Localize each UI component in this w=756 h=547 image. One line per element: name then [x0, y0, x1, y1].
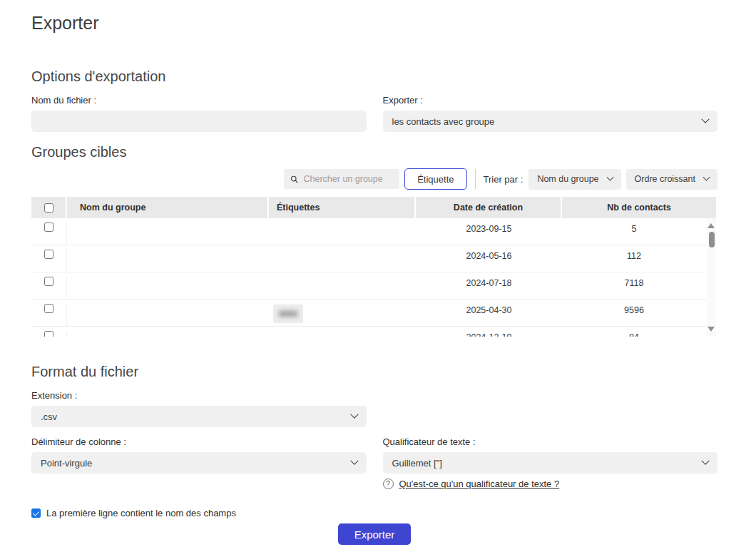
first-line-checkbox-label: La première ligne contient le nom des ch… [46, 508, 236, 518]
first-line-checkbox[interactable] [31, 508, 41, 518]
extension-selected-value: .csv [41, 411, 57, 422]
sort-field-selected-value: Nom du groupe [537, 174, 598, 184]
scroll-down-arrow-icon[interactable] [708, 327, 715, 332]
section-title-export-options: Options d'exportation [31, 67, 717, 86]
table-row[interactable]: 2025-04-30 9596 [31, 300, 706, 327]
chevron-down-icon [350, 411, 358, 419]
row-checkbox[interactable] [44, 223, 53, 232]
contact-count-cell: 7118 [562, 277, 706, 289]
contact-count-cell: 112 [562, 250, 706, 262]
table-scrollbar[interactable] [707, 218, 716, 337]
extension-label: Extension : [31, 390, 367, 402]
tag-filter-button[interactable]: Étiquette [404, 168, 466, 190]
table-row[interactable]: 2023-09-15 5 [31, 218, 706, 245]
tags-cell [269, 304, 416, 323]
row-checkbox[interactable] [44, 277, 53, 286]
export-target-label: Exporter : [383, 95, 718, 106]
search-icon [290, 175, 298, 184]
table-row[interactable]: 2024-12-19 84 [31, 327, 706, 337]
sort-field-select[interactable]: Nom du groupe [528, 169, 620, 190]
created-date-cell: 2024-12-19 [416, 331, 562, 337]
created-date-cell: 2023-09-15 [416, 223, 562, 235]
export-submit-button[interactable]: Exporter [338, 523, 412, 545]
table-row[interactable]: 2024-07-18 7118 [31, 272, 706, 300]
toolbar-divider [475, 169, 476, 189]
header-created-date: Date de création [416, 197, 562, 218]
sort-by-label: Trier par : [484, 174, 523, 185]
section-title-target-groups: Groupes cibles [31, 143, 717, 161]
delimiter-select[interactable]: Point-virgule [31, 452, 367, 474]
group-search-box[interactable] [284, 169, 399, 189]
row-checkbox[interactable] [44, 250, 53, 259]
qualifier-help-link[interactable]: Qu'est-ce qu'un qualificateur de texte ? [399, 479, 560, 489]
select-all-cell [31, 197, 67, 218]
select-all-checkbox[interactable] [44, 203, 53, 213]
created-date-cell: 2025-04-30 [416, 304, 562, 316]
redacted-tag-chip [273, 305, 303, 323]
export-options-row: Nom du fichier : Exporter : les contacts… [31, 86, 717, 132]
chevron-down-icon [350, 457, 358, 465]
filename-label: Nom du fichier : [31, 95, 367, 106]
qualifier-select[interactable]: Guillemet ["] [383, 452, 718, 474]
delimiter-selected-value: Point-virgule [41, 458, 92, 469]
scrollbar-thumb[interactable] [709, 232, 715, 247]
delimiter-qualifier-row: Délimiteur de colonne : Point-virgule Qu… [31, 427, 717, 489]
row-checkbox[interactable] [44, 331, 53, 337]
groups-table-header: Nom du groupe Étiquettes Date de créatio… [31, 197, 716, 218]
header-group-name: Nom du groupe [67, 197, 269, 218]
extension-select[interactable]: .csv [31, 406, 367, 427]
sort-order-selected-value: Ordre croissant [635, 174, 695, 184]
qualifier-selected-value: Guillemet ["] [392, 458, 442, 469]
first-line-option: La première ligne contient le nom des ch… [31, 508, 717, 518]
contact-count-cell: 84 [562, 331, 706, 337]
page-title: Exporter [31, 11, 717, 34]
qualifier-help-line: ? Qu'est-ce qu'un qualificateur de texte… [383, 479, 718, 489]
header-tags: Étiquettes [269, 197, 416, 218]
chevron-down-icon [703, 173, 710, 180]
groups-table: Nom du groupe Étiquettes Date de créatio… [31, 197, 716, 337]
contact-count-cell: 9596 [562, 304, 706, 316]
contact-count-cell: 5 [562, 223, 706, 235]
header-contact-count: Nb de contacts [562, 197, 716, 218]
sort-order-select[interactable]: Ordre croissant [626, 169, 717, 190]
qualifier-label: Qualificateur de texte : [383, 436, 718, 448]
row-checkbox[interactable] [44, 304, 53, 313]
export-target-selected-value: les contacts avec groupe [392, 116, 495, 127]
created-date-cell: 2024-05-16 [416, 250, 562, 262]
section-title-file-format: Format du fichier [31, 362, 717, 381]
groups-toolbar: Étiquette Trier par : Nom du groupe Ordr… [31, 168, 717, 190]
created-date-cell: 2024-07-18 [416, 277, 562, 289]
groups-table-rows: 2023-09-15 5 2024-05-16 112 2024-07-18 7… [31, 218, 706, 337]
chevron-down-icon [701, 116, 709, 123]
filename-input[interactable] [31, 111, 367, 132]
export-target-select[interactable]: les contacts avec groupe [383, 111, 718, 132]
chevron-down-icon [606, 173, 613, 180]
group-search-input[interactable] [304, 174, 394, 184]
help-question-icon: ? [383, 479, 394, 489]
extension-row: Extension : .csv [31, 381, 717, 427]
delimiter-label: Délimiteur de colonne : [31, 436, 367, 448]
table-row[interactable]: 2024-05-16 112 [31, 245, 706, 272]
groups-table-body: 2023-09-15 5 2024-05-16 112 2024-07-18 7… [31, 218, 716, 337]
export-page: Exporter Options d'exportation Nom du fi… [0, 0, 756, 547]
scroll-up-arrow-icon[interactable] [708, 223, 715, 228]
chevron-down-icon [701, 457, 709, 465]
